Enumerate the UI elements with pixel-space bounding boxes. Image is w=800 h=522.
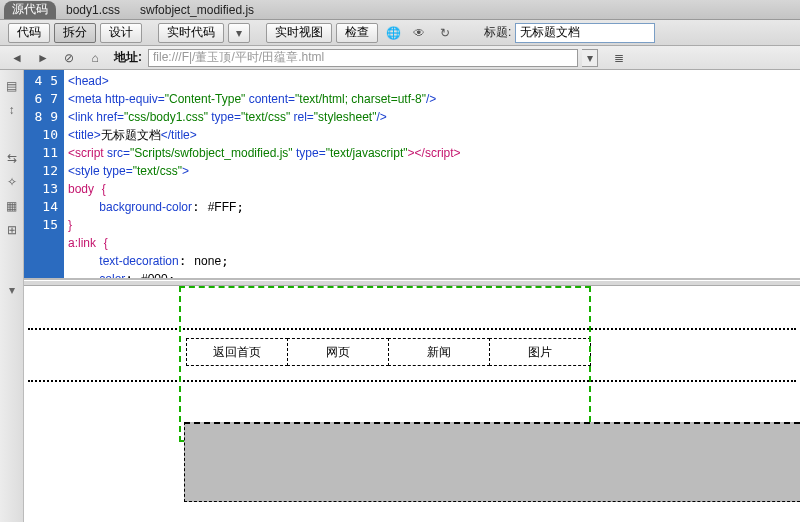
gutter-tool-icon[interactable]: ⊞ bbox=[4, 222, 20, 238]
address-bar: ◄ ► ⊘ ⌂ 地址: file:///F|/董玉顶/平时/田蕴章.html ▾… bbox=[0, 46, 800, 70]
code-editor[interactable]: 4 5 6 7 8 9 10 11 12 13 14 15 <head> <me… bbox=[24, 70, 800, 280]
tab-body-css[interactable]: body1.css bbox=[56, 3, 130, 17]
gutter-collapse-icon[interactable]: ▾ bbox=[4, 282, 20, 298]
tab-source-code[interactable]: 源代码 bbox=[4, 1, 56, 19]
code-gutter: ▤ ↕ ⇆ ✧ ▦ ⊞ ▾ bbox=[0, 70, 24, 522]
live-view-button[interactable]: 实时视图 bbox=[266, 23, 332, 43]
line-numbers: 4 5 6 7 8 9 10 11 12 13 14 15 bbox=[24, 70, 64, 278]
refresh-icon[interactable]: ↻ bbox=[434, 23, 456, 43]
code-content[interactable]: <head> <meta http-equiv="Content-Type" c… bbox=[64, 70, 800, 278]
tab-swfobject-js[interactable]: swfobject_modified.js bbox=[130, 3, 264, 17]
gutter-tool-icon[interactable]: ▦ bbox=[4, 198, 20, 214]
eye-icon[interactable]: 👁 bbox=[408, 23, 430, 43]
flash-placeholder[interactable] bbox=[184, 422, 800, 502]
main-toolbar: 代码 拆分 设计 实时代码 ▾ 实时视图 检查 🌐 👁 ↻ 标题: bbox=[0, 20, 800, 46]
gutter-tool-icon[interactable]: ↕ bbox=[4, 102, 20, 118]
design-view[interactable]: 返回首页 网页 新闻 图片 bbox=[24, 286, 800, 522]
gutter-tool-icon[interactable]: ⇆ bbox=[4, 150, 20, 166]
live-code-button[interactable]: 实时代码 bbox=[158, 23, 224, 43]
view-split-button[interactable]: 拆分 bbox=[54, 23, 96, 43]
gutter-tool-icon[interactable]: ✧ bbox=[4, 174, 20, 190]
home-icon[interactable]: ⌂ bbox=[84, 48, 106, 68]
selection-outline bbox=[179, 286, 591, 442]
title-input[interactable] bbox=[515, 23, 655, 43]
forward-icon[interactable]: ► bbox=[32, 48, 54, 68]
back-icon[interactable]: ◄ bbox=[6, 48, 28, 68]
address-label: 地址: bbox=[114, 49, 142, 66]
gutter-tool-icon[interactable]: ▤ bbox=[4, 78, 20, 94]
title-label: 标题: bbox=[484, 24, 511, 41]
live-code-options-icon[interactable]: ▾ bbox=[228, 23, 250, 43]
inspect-button[interactable]: 检查 bbox=[336, 23, 378, 43]
stop-icon[interactable]: ⊘ bbox=[58, 48, 80, 68]
view-code-button[interactable]: 代码 bbox=[8, 23, 50, 43]
list-icon[interactable]: ≣ bbox=[608, 48, 630, 68]
address-input[interactable]: file:///F|/董玉顶/平时/田蕴章.html bbox=[148, 49, 578, 67]
file-tab-bar: 源代码 body1.css swfobject_modified.js bbox=[0, 0, 800, 20]
view-design-button[interactable]: 设计 bbox=[100, 23, 142, 43]
address-dropdown-icon[interactable]: ▾ bbox=[582, 49, 598, 67]
globe-icon[interactable]: 🌐 bbox=[382, 23, 404, 43]
